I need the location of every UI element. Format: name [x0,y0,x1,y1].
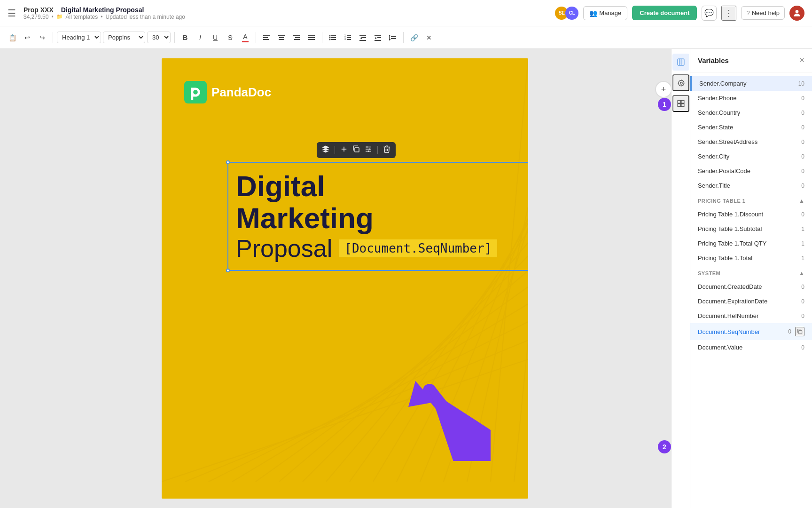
formatting-toolbar: 📋 ↩ ↪ Heading 1 Heading 2 Normal Poppins… [0,26,812,49]
top-bar-right: SE CL 👥 Manage Create document 💬 ⋮ ? Nee… [555,6,804,21]
doc-name: Digital Marketing Proposal [61,6,144,14]
var-name: Pricing Table 1.Subtotal [698,225,762,232]
element-settings-button[interactable] [364,145,373,155]
more-options-button[interactable]: ⋮ [721,6,736,21]
svg-rect-57 [355,148,359,152]
var-name: Document.Value [698,344,742,351]
manage-button[interactable]: 👥 Manage [583,6,627,20]
svg-rect-9 [294,39,300,40]
pricing-chevron-icon: ▲ [799,198,804,204]
line-height-button[interactable] [386,31,399,44]
bullet-list-button[interactable] [326,31,339,44]
svg-marker-26 [360,37,362,39]
var-name: Sender.Company [699,80,746,87]
svg-rect-25 [359,35,366,36]
align-center-button[interactable] [275,31,288,44]
layers-button[interactable] [321,145,330,155]
clear-format-button[interactable]: ✕ [422,31,436,44]
variable-item-sender-streetaddress[interactable]: Sender.StreetAddress 0 [690,135,812,149]
system-section-header[interactable]: SYSTEM ▲ [690,265,812,279]
undo-button[interactable]: ↩ [21,31,34,44]
grid-panel-button[interactable] [672,95,689,112]
user-avatar[interactable] [789,6,804,21]
variable-item-doc-refnumber[interactable]: Document.RefNumber 0 [690,309,812,323]
text-block[interactable]: Digital Marketing Proposal [Document.Seq… [227,162,528,271]
sidebar-header: Variables × [690,49,812,72]
float-separator [335,146,335,154]
variable-item-sender-phone[interactable]: Sender.Phone 0 [690,91,812,105]
variable-item-sender-city[interactable]: Sender.City 0 [690,149,812,164]
variable-item-pricing-totalqty[interactable]: Pricing Table 1.Total QTY 1 [690,236,812,251]
add-element-button[interactable] [340,145,348,155]
font-size-select[interactable]: 30 24 18 14 12 [147,32,171,43]
bold-button[interactable]: B [179,31,192,44]
svg-rect-10 [308,35,315,36]
help-button[interactable]: ? Need help [741,6,785,20]
copy-variable-button[interactable] [795,327,804,336]
template-label: All templates [66,14,98,20]
svg-rect-4 [278,35,285,36]
font-color-button[interactable]: A [239,31,252,44]
align-left-button[interactable] [260,31,273,44]
var-name: Document.CreatedDate [698,283,762,290]
decrease-indent-button[interactable] [356,31,369,44]
heading-style-select[interactable]: Heading 1 Heading 2 Normal [57,32,101,43]
sidebar-title: Variables [698,56,729,64]
var-name: Document.SeqNumber [698,328,760,335]
separator [256,32,256,43]
increase-indent-button[interactable] [371,31,384,44]
underline-button[interactable]: U [209,31,222,44]
svg-rect-37 [391,38,396,39]
variable-item-pricing-subtotal[interactable]: Pricing Table 1.Subtotal 1 [690,222,812,236]
delete-element-button[interactable] [383,145,391,155]
font-family-select[interactable]: Poppins Arial Georgia [103,32,145,43]
variable-item-sender-title[interactable]: Sender.Title 0 [690,178,812,193]
prop-name: Prop XXX [23,6,54,14]
sidebar-icon-strip [671,49,690,508]
variable-item-doc-expirationdate[interactable]: Document.ExpirationDate 0 [690,294,812,309]
handle-tl[interactable] [226,160,230,164]
variable-item-sender-state[interactable]: Sender.State 0 [690,120,812,135]
variable-item-pricing-discount[interactable]: Pricing Table 1.Discount 0 [690,207,812,222]
title-line2: Marketing [236,202,528,234]
svg-rect-29 [375,35,381,36]
variable-item-sender-company[interactable]: Sender.Company 10 [690,76,812,91]
doc-meta: $4,279.50 • 📁 All templates • Updated le… [23,14,549,20]
link-button[interactable]: 🔗 [407,31,421,44]
variable-item-sender-country[interactable]: Sender.Country 0 [690,105,812,120]
variable-item-pricing-total[interactable]: Pricing Table 1.Total 1 [690,251,812,265]
var-count: 0 [801,313,804,319]
avatar-cl[interactable]: CL [565,7,578,20]
var-name: Document.RefNumber [698,312,758,319]
canvas-area[interactable]: PandaDoc [0,49,690,508]
theme-panel-button[interactable] [672,74,689,91]
svg-rect-8 [295,37,300,38]
paste-button[interactable]: 📋 [6,31,19,44]
variables-panel-button[interactable] [672,54,689,71]
separator [322,32,322,43]
close-sidebar-button[interactable]: × [799,56,804,65]
question-icon: ? [746,9,750,16]
duplicate-button[interactable] [352,145,360,155]
chat-button[interactable]: 💬 [702,6,717,21]
variable-item-doc-createddate[interactable]: Document.CreatedDate 0 [690,279,812,294]
hamburger-menu-icon[interactable]: ☰ [8,8,16,19]
italic-button[interactable]: I [194,31,207,44]
variable-item-sender-postalcode[interactable]: Sender.PostalCode 0 [690,164,812,178]
right-sidebar: Variables × Sender.Company 10 Sender.Pho… [690,49,812,508]
align-right-button[interactable] [290,31,303,44]
redo-button[interactable]: ↪ [36,31,49,44]
strikethrough-button[interactable]: S [224,31,237,44]
var-name: Sender.Title [698,182,730,189]
add-variable-button[interactable]: + [655,81,672,98]
pricing-section-header[interactable]: PRICING TABLE 1 ▲ [690,193,812,207]
create-document-button[interactable]: Create document [632,6,697,20]
numbered-list-button[interactable]: 1.2.3. [341,31,354,44]
svg-point-69 [678,80,684,86]
variable-item-doc-value[interactable]: Document.Value 0 [690,340,812,355]
svg-rect-18 [331,39,336,40]
svg-rect-12 [308,39,315,40]
align-justify-button[interactable] [305,31,318,44]
variable-item-doc-seqnumber[interactable]: Document.SeqNumber 0 [690,323,812,340]
var-name: Sender.PostalCode [698,167,750,175]
